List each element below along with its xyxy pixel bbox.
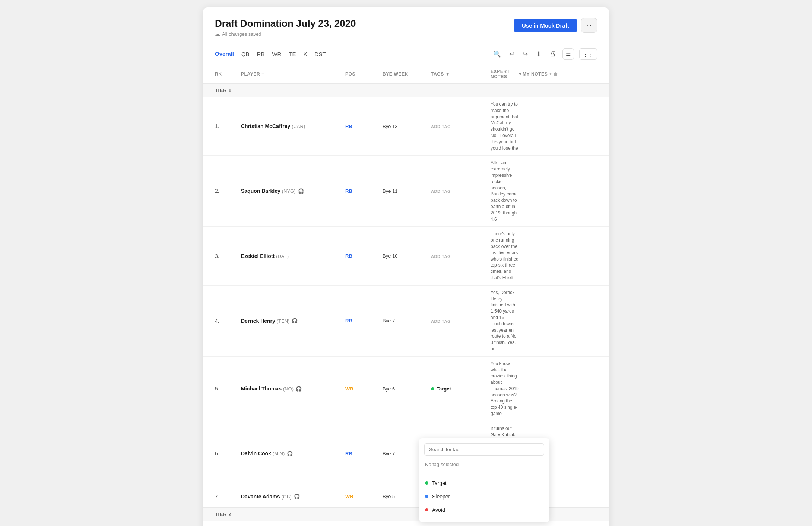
expert-notes: You know what the craziest thing about T… — [491, 361, 523, 417]
player-pos: RB — [345, 318, 383, 323]
saved-status: ☁ All changes saved — [215, 31, 356, 37]
grid-view-button[interactable]: ⋮⋮ — [579, 48, 597, 60]
tab-te[interactable]: TE — [289, 50, 296, 58]
tag-dropdown: No tag selected Target Sleeper Avoid — [419, 438, 549, 522]
dropdown-divider — [419, 474, 549, 474]
tag-option-label: Avoid — [432, 507, 445, 513]
redo-icon[interactable]: ↪ — [521, 49, 529, 60]
tab-qb[interactable]: QB — [241, 50, 250, 58]
tag-label: Target — [437, 386, 451, 392]
rank: 5. — [215, 386, 241, 392]
headset-icon[interactable]: 🎧 — [287, 451, 293, 456]
tag-dot-red — [425, 508, 428, 511]
player-pos: RB — [345, 253, 383, 259]
table-row: 6. Dalvin Cook (MIN) 🎧 RB Bye 7 ADD TAG … — [203, 421, 609, 486]
app-container: Draft Domination July 23, 2020 ☁ All cha… — [203, 7, 609, 526]
add-tag-button[interactable]: ADD TAG — [431, 189, 451, 194]
tag-dot-green — [425, 481, 428, 485]
header: Draft Domination July 23, 2020 ☁ All cha… — [203, 7, 609, 43]
tab-wr[interactable]: WR — [272, 50, 281, 58]
expert-notes-dropdown-icon[interactable]: ▼ — [518, 71, 523, 77]
player-info: Christian McCaffrey (CAR) — [241, 123, 345, 129]
col-my-notes: MY NOTES + 🗑 — [523, 69, 597, 79]
player-team: (DAL) — [276, 254, 289, 259]
tier-1-label: TIER 1 — [203, 83, 609, 97]
tag-option-sleeper[interactable]: Sleeper — [419, 490, 549, 503]
headset-icon[interactable]: 🎧 — [298, 188, 304, 194]
add-tag-button[interactable]: ADD TAG — [431, 319, 451, 323]
add-note-icon[interactable]: + — [549, 71, 552, 77]
tab-dst[interactable]: DST — [315, 50, 326, 58]
rank: 1. — [215, 123, 241, 129]
table-row: 2. Saquon Barkley (NYG) 🎧 RB Bye 11 ADD … — [203, 156, 609, 227]
add-player-icon[interactable]: + — [261, 71, 264, 77]
player-pos: RB — [345, 451, 383, 456]
bye-week: Bye 11 — [383, 188, 431, 194]
player-info: Davante Adams (GB) 🎧 — [241, 494, 345, 500]
player-name: Derrick Henry (TEN) — [241, 318, 289, 324]
player-team: (GB) — [281, 494, 291, 500]
table-row: 4. Derrick Henry (TEN) 🎧 RB Bye 7 ADD TA… — [203, 286, 609, 357]
rank: 7. — [215, 494, 241, 500]
headset-icon[interactable]: 🎧 — [292, 318, 298, 323]
tab-rb[interactable]: RB — [257, 50, 265, 58]
tag-target[interactable]: Target — [431, 386, 491, 392]
headset-icon[interactable]: 🎧 — [294, 494, 300, 499]
tag-dot-blue — [425, 495, 428, 498]
header-right: Use in Mock Draft ··· — [514, 18, 597, 33]
download-icon[interactable]: ⬇ — [535, 49, 543, 60]
rank: 3. — [215, 253, 241, 259]
list-view-button[interactable]: ☰ — [562, 48, 574, 60]
rank: 2. — [215, 188, 241, 194]
table-header: RK PLAYER + POS BYE WEEK TAGS ▼ EXPERT N… — [203, 65, 609, 83]
player-info: Michael Thomas (NO) 🎧 — [241, 386, 345, 392]
delete-note-icon[interactable]: 🗑 — [554, 71, 558, 77]
player-name: Ezekiel Elliott (DAL) — [241, 253, 289, 259]
rank: 4. — [215, 318, 241, 324]
tag-cell: Target — [431, 386, 491, 392]
bye-week: Bye 6 — [383, 386, 431, 392]
col-bye-week: BYE WEEK — [383, 69, 431, 79]
rank: 6. — [215, 450, 241, 456]
tab-overall[interactable]: Overall — [215, 50, 234, 58]
player-team: (TEN) — [277, 318, 290, 324]
print-icon[interactable]: 🖨 — [548, 49, 557, 59]
player-team: (NYG) — [282, 188, 296, 194]
expert-notes: After an extremely impressive rookie sea… — [491, 160, 523, 222]
table-row: 5. Michael Thomas (NO) 🎧 WR Bye 6 Target… — [203, 357, 609, 421]
tag-option-label: Sleeper — [432, 494, 450, 500]
more-options-button[interactable]: ··· — [581, 18, 597, 33]
headset-icon[interactable]: 🎧 — [296, 386, 302, 392]
tag-cell: ADD TAG — [431, 318, 491, 324]
col-tags: TAGS ▼ — [431, 69, 491, 79]
tag-option-target[interactable]: Target — [419, 476, 549, 490]
filter-icon[interactable]: ▼ — [445, 71, 450, 77]
player-name: Dalvin Cook (MIN) — [241, 450, 285, 456]
tag-option-avoid[interactable]: Avoid — [419, 503, 549, 517]
no-tag-label: No tag selected — [419, 459, 549, 472]
player-info: Ezekiel Elliott (DAL) — [241, 253, 345, 259]
table-row: 8. Alvin Kamara (NO) 🎧 RB Bye 6 ADD TAG … — [203, 521, 609, 526]
player-name: Christian McCaffrey (CAR) — [241, 123, 305, 129]
player-info: Derrick Henry (TEN) 🎧 — [241, 318, 345, 324]
player-pos: WR — [345, 386, 383, 392]
add-tag-button[interactable]: ADD TAG — [431, 124, 451, 129]
player-name: Davante Adams (GB) — [241, 494, 292, 500]
expert-notes: There's only one running back over the l… — [491, 231, 523, 281]
tag-cell: ADD TAG — [431, 253, 491, 259]
player-pos: RB — [345, 188, 383, 194]
expert-notes: You can try to make the argument that Mc… — [491, 101, 523, 151]
expert-notes: Yes, Derrick Henry finished with 1,540 y… — [491, 290, 523, 352]
search-icon[interactable]: 🔍 — [492, 49, 502, 60]
tab-k[interactable]: K — [304, 50, 307, 58]
header-left: Draft Domination July 23, 2020 ☁ All cha… — [215, 18, 356, 37]
player-info: Saquon Barkley (NYG) 🎧 — [241, 188, 345, 194]
saved-text: All changes saved — [222, 31, 261, 37]
add-tag-button[interactable]: ADD TAG — [431, 254, 451, 259]
nav-icons: 🔍 ↩ ↪ ⬇ 🖨 ☰ ⋮⋮ — [492, 48, 597, 60]
player-name: Saquon Barkley (NYG) — [241, 188, 296, 194]
tag-search-input[interactable] — [424, 443, 544, 456]
undo-icon[interactable]: ↩ — [508, 49, 516, 60]
col-pos: POS — [345, 69, 383, 79]
mock-draft-button[interactable]: Use in Mock Draft — [514, 19, 577, 32]
